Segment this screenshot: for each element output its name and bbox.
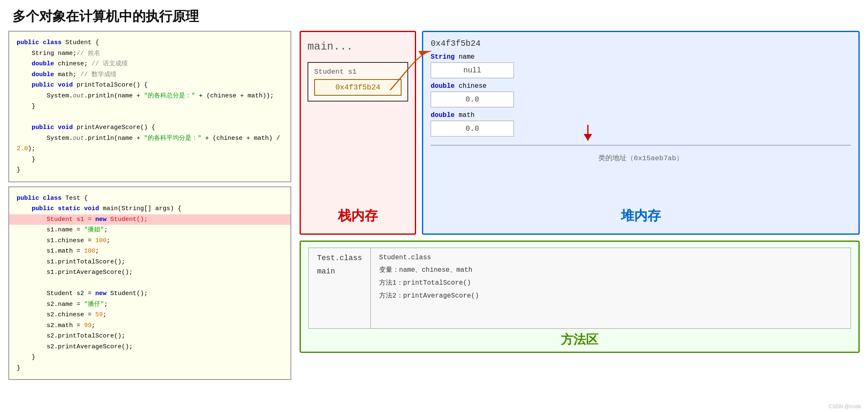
method-area-box: Test.class main Student.class 变量：name、ch… <box>300 241 860 353</box>
code-panel: public class Student { String name;// 姓名… <box>8 31 291 410</box>
heap-label: 堆内存 <box>431 207 851 228</box>
heap-chinese-value: 0.0 <box>431 92 514 107</box>
stack-addr-value: 0x4f3f5b24 <box>314 79 402 96</box>
top-diagram: main... Student s1 0x4f3f5b24 栈内存 0x4f3f… <box>300 31 860 235</box>
student-class-label: Student.class <box>379 254 842 261</box>
student-class-box: Student.class 变量：name、chinese、math 方法1：p… <box>370 248 851 329</box>
heap-name-value: null <box>431 62 514 78</box>
test-class-label: Test.class <box>317 254 362 262</box>
stack-memory-box: main... Student s1 0x4f3f5b24 栈内存 <box>300 31 416 235</box>
student-class-code: public class Student { String name;// 姓名… <box>8 31 291 182</box>
student-class-method2: 方法2：printAverageScore() <box>379 291 842 300</box>
watermark: CSDN @icode <box>829 404 861 410</box>
stack-label: 栈内存 <box>308 207 408 228</box>
test-class-box: Test.class main <box>308 248 371 329</box>
stack-var-label: Student s1 <box>314 68 402 76</box>
test-class-code: public class Test { public static void m… <box>8 186 291 380</box>
heap-field-math: double math 0.0 <box>431 112 851 137</box>
heap-math-value: 0.0 <box>431 121 514 137</box>
heap-field-name: String name null <box>431 53 851 78</box>
heap-memory-box: 0x4f3f5b24 String name null double chine… <box>422 31 860 235</box>
student-class-method1: 方法1：printTotalScore() <box>379 278 842 287</box>
method-content: Test.class main Student.class 变量：name、ch… <box>308 248 851 329</box>
student-class-vars: 变量：name、chinese、math <box>379 266 842 274</box>
stack-main-label: main... <box>308 40 408 53</box>
test-class-method: main <box>317 267 362 275</box>
diagram-panel: main... Student s1 0x4f3f5b24 栈内存 0x4f3f… <box>300 31 860 410</box>
heap-class-addr: 类的地址（0x15aeb7ab） <box>431 150 851 166</box>
main-content: public class Student { String name;// 姓名… <box>0 31 868 412</box>
stack-inner-box: Student s1 0x4f3f5b24 <box>308 62 408 102</box>
method-area-label: 方法区 <box>308 331 851 348</box>
page-title: 多个对象在计算机中的执行原理 <box>0 0 868 31</box>
heap-field-chinese: double chinese 0.0 <box>431 82 851 107</box>
heap-addr-label: 0x4f3f5b24 <box>431 39 851 48</box>
